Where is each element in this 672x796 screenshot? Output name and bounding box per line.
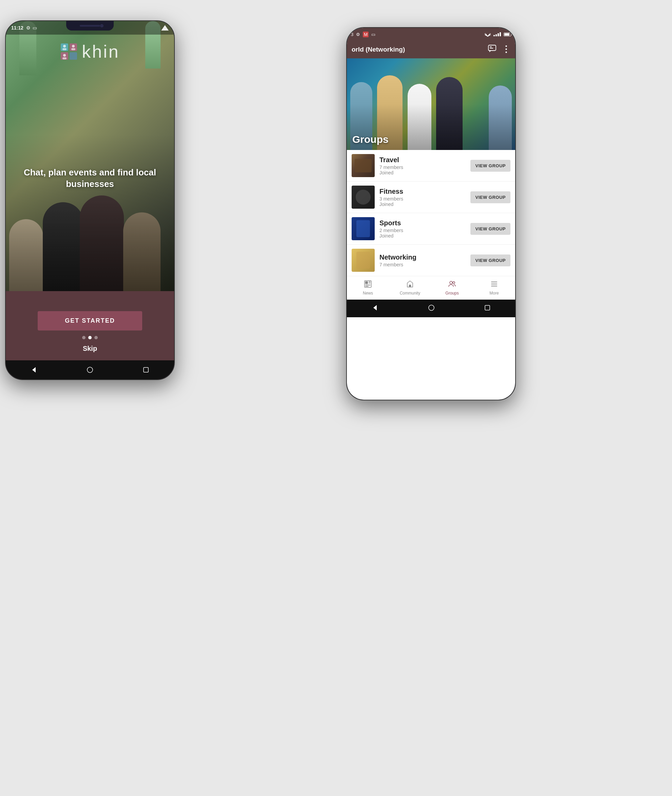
- nav-item-more[interactable]: More: [473, 280, 515, 296]
- group-info-fitness: Fitness 3 members Joined: [379, 188, 466, 207]
- gmail-icon: M: [363, 32, 369, 37]
- group-item-fitness: Fitness 3 members Joined VIEW GROUP: [347, 182, 515, 213]
- nav-item-groups[interactable]: Groups: [431, 280, 473, 296]
- nav-label-groups: Groups: [445, 291, 459, 296]
- svg-rect-29: [491, 286, 497, 286]
- svg-rect-8: [71, 48, 75, 50]
- group-joined-fitness: Joined: [379, 201, 466, 207]
- settings-icon-right: ⚙: [356, 32, 360, 37]
- pagination-dots: [82, 336, 98, 339]
- app-title: orld (Networking): [352, 46, 485, 53]
- nav-item-community[interactable]: Community: [389, 280, 431, 296]
- speaker: [80, 25, 100, 27]
- more-icon[interactable]: ⋮: [502, 45, 510, 54]
- group-members-networking: 7 members: [379, 262, 466, 267]
- sim-icon-right: ▭: [371, 32, 375, 37]
- svg-rect-20: [369, 281, 371, 282]
- svg-rect-32: [485, 305, 490, 310]
- view-group-sports-button[interactable]: VIEW GROUP: [470, 223, 510, 235]
- svg-rect-23: [365, 286, 369, 287]
- dot-1: [82, 336, 86, 339]
- recents-button[interactable]: [141, 364, 151, 375]
- groups-hero-image: Groups: [347, 58, 515, 150]
- bottom-nav: News Community: [347, 276, 515, 300]
- groups-list: Travel 7 members Joined VIEW GROUP Fitne…: [347, 150, 515, 276]
- group-members-sports: 2 members: [379, 228, 466, 233]
- view-group-fitness-button[interactable]: VIEW GROUP: [470, 191, 510, 203]
- dot-2: [88, 336, 92, 339]
- status-time: 11:12: [11, 25, 23, 30]
- svg-point-31: [429, 305, 434, 310]
- recents-button-right[interactable]: [485, 305, 490, 312]
- sim-icon: ▭: [33, 25, 37, 30]
- home-button[interactable]: [85, 364, 95, 375]
- hardware-nav-bar: [6, 360, 174, 379]
- camera: [100, 24, 104, 27]
- svg-point-12: [87, 367, 93, 372]
- group-members-travel: 7 members: [379, 165, 466, 170]
- nav-label-community: Community: [400, 291, 421, 296]
- get-started-button[interactable]: GET STARTED: [38, 311, 142, 331]
- logo-icon: [60, 43, 78, 61]
- phone-right-screen: 3 ⚙ M ▭ orld (Networking): [347, 28, 515, 400]
- group-name-fitness: Fitness: [379, 188, 466, 195]
- logo-text: khin: [82, 42, 120, 62]
- group-thumb-networking: [352, 249, 375, 272]
- group-name-sports: Sports: [379, 219, 466, 227]
- svg-rect-15: [490, 46, 492, 47]
- back-button-right[interactable]: [372, 305, 378, 312]
- group-thumb-sports: [352, 217, 375, 240]
- header-action-icons: ⋮: [488, 45, 510, 54]
- group-name-travel: Travel: [379, 156, 466, 164]
- battery-icon: [504, 33, 511, 36]
- background-photo: [6, 21, 174, 304]
- app-tagline: Chat, plan events and find local busines…: [16, 167, 164, 190]
- phone-right: 3 ⚙ M ▭ orld (Networking): [346, 27, 516, 400]
- svg-marker-0: [161, 25, 169, 30]
- view-group-travel-button[interactable]: VIEW GROUP: [470, 160, 510, 172]
- signal-bars-right: [493, 32, 501, 36]
- chat-icon[interactable]: [488, 45, 496, 54]
- skip-button[interactable]: Skip: [83, 345, 97, 353]
- group-joined-sports: Joined: [379, 233, 466, 238]
- groups-icon: [448, 280, 456, 290]
- svg-rect-22: [365, 285, 371, 285]
- svg-marker-11: [32, 367, 36, 372]
- svg-rect-19: [365, 281, 368, 284]
- group-item-networking: Networking 7 members VIEW GROUP: [347, 245, 515, 276]
- group-info-networking: Networking 7 members: [379, 253, 466, 267]
- svg-rect-16: [490, 48, 493, 48]
- settings-icon: ⚙: [26, 25, 30, 30]
- hardware-nav-bar-right: [347, 300, 515, 317]
- photo-overlay: [6, 21, 174, 304]
- dot-3: [94, 336, 98, 339]
- nav-item-news[interactable]: News: [347, 280, 389, 296]
- groups-section-label: Groups: [352, 134, 389, 145]
- home-button-right[interactable]: [428, 305, 434, 312]
- group-info-travel: Travel 7 members Joined: [379, 156, 466, 176]
- svg-marker-17: [490, 51, 491, 52]
- view-group-networking-button[interactable]: VIEW GROUP: [470, 254, 510, 266]
- svg-point-26: [453, 281, 455, 284]
- news-icon: [364, 280, 372, 290]
- svg-point-5: [63, 45, 66, 48]
- back-button[interactable]: [29, 364, 39, 375]
- svg-rect-27: [491, 281, 497, 282]
- community-icon: [406, 280, 414, 290]
- svg-point-25: [450, 281, 453, 284]
- more-nav-icon: [490, 280, 498, 290]
- group-info-sports: Sports 2 members Joined: [379, 219, 466, 238]
- nav-label-more: More: [490, 291, 499, 296]
- svg-point-7: [72, 45, 75, 48]
- phone-left: 11:12 ⚙ ▭: [5, 20, 175, 380]
- logo-area: khin: [6, 42, 174, 62]
- nav-label-news: News: [363, 291, 373, 296]
- group-thumb-fitness: [352, 185, 375, 209]
- status-number: 3: [351, 32, 353, 37]
- svg-rect-4: [70, 52, 77, 60]
- wifi-icon: [485, 32, 491, 37]
- group-members-fitness: 3 members: [379, 196, 466, 201]
- group-name-networking: Networking: [379, 253, 466, 261]
- signal-icon: [161, 25, 169, 30]
- svg-rect-24: [409, 285, 411, 287]
